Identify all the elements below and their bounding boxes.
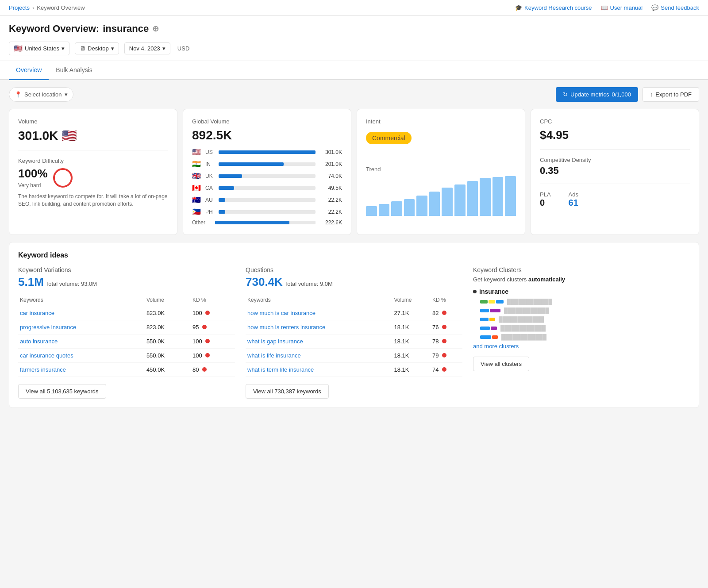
select-location-button[interactable]: 📍 Select location ▾ <box>9 87 73 102</box>
intent-section: Intent Commercial <box>366 118 516 144</box>
export-label: Export to PDF <box>655 91 692 98</box>
chevron-down-icon-4: ▾ <box>65 91 68 98</box>
view-all-questions-button[interactable]: View all 730,387 keywords <box>246 384 329 399</box>
user-manual-link[interactable]: 📖 User manual <box>601 4 643 11</box>
trend-bar <box>467 181 478 216</box>
view-all-variations-button[interactable]: View all 5,103,635 keywords <box>18 384 106 399</box>
progress-bar-fill <box>219 198 225 202</box>
breadcrumb-current: Keyword Overview <box>37 4 85 11</box>
country-row: 🇵🇭 PH 22.2K <box>192 208 342 216</box>
update-metrics-count: 0/1,000 <box>612 91 631 98</box>
export-icon: ↑ <box>650 91 653 98</box>
kw-link[interactable]: how much is car insurance <box>247 310 316 316</box>
cluster-text: ████████████ <box>504 307 549 314</box>
kw-link[interactable]: progressive insurance <box>20 324 76 331</box>
country-value: 22.2K <box>319 197 342 203</box>
top-nav-links: 🎓 Keyword Research course 📖 User manual … <box>515 4 699 11</box>
main-content: 📍 Select location ▾ ↻ Update metrics 0/1… <box>0 80 708 415</box>
export-pdf-button[interactable]: ↑ Export to PDF <box>643 87 699 102</box>
progress-bar-fill <box>219 174 242 178</box>
breadcrumb-separator: › <box>32 4 34 11</box>
country-flag: 🇺🇸 <box>14 44 23 53</box>
volume-label: Volume <box>18 118 168 125</box>
comp-density-label: Competitive Density <box>540 157 690 163</box>
and-more-clusters[interactable]: and more clusters <box>473 343 690 350</box>
top-nav: Projects › Keyword Overview 🎓 Keyword Re… <box>0 0 708 16</box>
cluster-color-bar <box>480 335 491 339</box>
kw-cell: what is gap insurance <box>246 334 392 349</box>
trend-bar <box>391 201 402 216</box>
kd-cell: 100 <box>191 334 235 349</box>
other-progress-fill <box>215 221 289 224</box>
country-code: CA <box>205 185 215 191</box>
q-col-kd: KD % <box>431 294 462 306</box>
add-to-list-icon[interactable]: ⊕ <box>152 24 159 34</box>
breadcrumb-projects[interactable]: Projects <box>9 4 30 11</box>
country-selector[interactable]: 🇺🇸 United States ▾ <box>9 42 69 55</box>
q-col-vol: Volume <box>392 294 431 306</box>
table-row: how much is car insurance 27.1K 82 <box>246 306 462 320</box>
country-code: AU <box>205 197 215 203</box>
global-vol-value: 892.5K <box>192 128 342 142</box>
kw-link[interactable]: what is life insurance <box>247 352 301 359</box>
country-value: 201.0K <box>319 161 342 167</box>
kw-link[interactable]: car insurance <box>20 310 54 316</box>
difficulty-circle <box>53 168 73 188</box>
cluster-color-bar <box>480 318 489 321</box>
keyword-research-course-link[interactable]: 🎓 Keyword Research course <box>515 4 592 11</box>
cluster-color-bars <box>480 325 498 331</box>
update-metrics-button[interactable]: ↻ Update metrics 0/1,000 <box>556 87 638 102</box>
other-label: Other <box>192 219 212 226</box>
progress-bar-bg <box>219 198 316 202</box>
device-label: Desktop <box>88 45 109 52</box>
cluster-text: ████████████ <box>507 299 552 305</box>
kd-desc: The hardest keyword to compete for. It w… <box>18 193 168 208</box>
variations-column: Keyword Variations 5.1M Total volume: 93… <box>18 266 235 399</box>
kw-link[interactable]: farmers insurance <box>20 366 66 373</box>
view-all-clusters-button[interactable]: View all clusters <box>473 357 529 371</box>
send-feedback-link[interactable]: 💬 Send feedback <box>651 4 699 11</box>
cpc-value: $4.95 <box>540 128 690 142</box>
progress-bar-bg <box>219 186 316 190</box>
device-selector[interactable]: 🖥 Desktop ▾ <box>75 42 119 54</box>
trend-label: Trend <box>366 166 516 173</box>
kw-link[interactable]: what is gap insurance <box>247 338 303 345</box>
vol-cell: 450.0K <box>145 363 191 377</box>
date-selector[interactable]: Nov 4, 2023 ▾ <box>124 42 170 54</box>
metrics-grid: Volume 301.0K 🇺🇸 Keyword Difficulty 100%… <box>9 109 699 235</box>
kd-dot <box>202 367 207 372</box>
cluster-color-bars <box>480 316 496 323</box>
clusters-title: Keyword Clusters <box>473 266 690 273</box>
country-code: PH <box>205 209 215 215</box>
volume-card: Volume 301.0K 🇺🇸 Keyword Difficulty 100%… <box>9 109 177 235</box>
vol-cell: 550.0K <box>145 334 191 349</box>
chevron-down-icon-3: ▾ <box>162 45 165 52</box>
chevron-down-icon: ▾ <box>62 45 65 52</box>
trend-bar <box>366 206 377 216</box>
table-row: car insurance quotes 550.0K 100 <box>18 349 235 363</box>
progress-bar-fill <box>219 186 234 190</box>
country-row: 🇦🇺 AU 22.2K <box>192 196 342 204</box>
keyword-ideas-section: Keyword ideas Keyword Variations 5.1M To… <box>9 242 699 408</box>
us-flag-volume: 🇺🇸 <box>62 129 77 142</box>
kd-cell: 74 <box>431 363 462 377</box>
kd-cell: 95 <box>191 320 235 334</box>
graduation-cap-icon: 🎓 <box>515 4 522 11</box>
kw-link[interactable]: car insurance quotes <box>20 352 73 359</box>
cluster-color-bar <box>480 327 490 330</box>
intent-label: Intent <box>366 118 516 125</box>
variations-table: Keywords Volume KD % car insurance 823.0… <box>18 294 235 377</box>
kw-link[interactable]: auto insurance <box>20 338 58 345</box>
kd-cell: 80 <box>191 363 235 377</box>
pla-value: 0 <box>540 198 551 208</box>
cluster-color-bar <box>480 309 489 312</box>
country-flag-icon: 🇵🇭 <box>192 208 202 216</box>
trend-bar <box>404 199 415 216</box>
kw-link[interactable]: how much is renters insurance <box>247 324 325 331</box>
questions-big-num: 730.4K <box>246 275 283 288</box>
tab-overview[interactable]: Overview <box>9 61 49 80</box>
intent-badge: Commercial <box>366 132 412 144</box>
tab-bulk-analysis[interactable]: Bulk Analysis <box>49 61 99 80</box>
kw-link[interactable]: what is term life insurance <box>247 366 314 373</box>
trend-bar <box>429 192 440 216</box>
